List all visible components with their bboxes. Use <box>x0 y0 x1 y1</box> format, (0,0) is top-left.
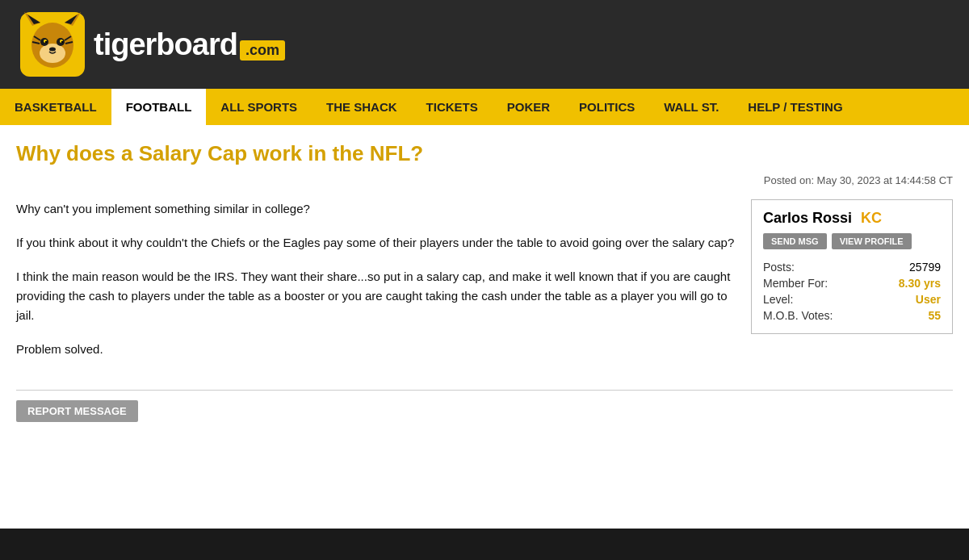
nav-politics[interactable]: POLITICS <box>564 89 649 125</box>
report-message-button[interactable]: REPORT MESSAGE <box>16 400 138 422</box>
post-layout: Why can't you implement something simila… <box>16 199 953 374</box>
nav-help-testing[interactable]: HELP / TESTING <box>733 89 857 125</box>
stat-value-mob: 55 <box>874 307 941 324</box>
site-name: tigerboard <box>94 27 237 62</box>
nav-the-shack[interactable]: THE SHACK <box>312 89 412 125</box>
stat-row-level: Level: User <box>763 291 941 307</box>
post-title: Why does a Salary Cap work in the NFL? <box>16 141 953 166</box>
stat-label-member-for: Member For: <box>763 275 874 291</box>
nav-poker[interactable]: POKER <box>493 89 564 125</box>
nav-tickets[interactable]: TICKETS <box>412 89 493 125</box>
send-msg-button[interactable]: SEND MSG <box>763 233 827 249</box>
svg-point-11 <box>45 41 47 43</box>
stats-table: Posts: 25799 Member For: 8.30 yrs Level:… <box>763 259 941 324</box>
post-paragraph-3: I think the main reason would be the IRS… <box>16 267 735 325</box>
user-stats: Posts: 25799 Member For: 8.30 yrs Level:… <box>763 259 941 324</box>
nav-football[interactable]: FOOTBALL <box>111 89 207 125</box>
stat-value-member-for: 8.30 yrs <box>874 275 941 291</box>
view-profile-button[interactable]: VIEW PROFILE <box>832 233 912 249</box>
nav-all-sports[interactable]: ALL SPORTS <box>206 89 312 125</box>
svg-point-13 <box>49 48 56 52</box>
user-name-text: Carlos Rossi <box>763 210 852 226</box>
post-paragraph-2: If you think about it why couldn't the C… <box>16 233 735 253</box>
site-header: tigerboard .com <box>0 0 969 89</box>
nav-basketball[interactable]: BASKETBALL <box>0 89 111 125</box>
user-card: Carlos Rossi KC SEND MSG VIEW PROFILE Po… <box>751 199 953 334</box>
main-nav: BASKETBALL FOOTBALL ALL SPORTS THE SHACK… <box>0 89 969 125</box>
tiger-logo-icon <box>16 8 89 81</box>
stat-row-mob: M.O.B. Votes: 55 <box>763 307 941 324</box>
user-actions: SEND MSG VIEW PROFILE <box>763 233 941 249</box>
stat-row-member-for: Member For: 8.30 yrs <box>763 275 941 291</box>
content-divider <box>16 390 953 391</box>
user-name: Carlos Rossi KC <box>763 210 941 227</box>
nav-wall-st[interactable]: WALL ST. <box>649 89 733 125</box>
stat-value-posts: 25799 <box>874 259 941 275</box>
logo-container: tigerboard .com <box>16 8 285 81</box>
stat-value-level: User <box>874 291 941 307</box>
post-meta: Posted on: May 30, 2023 at 14:44:58 CT <box>16 174 953 186</box>
stat-label-level: Level: <box>763 291 874 307</box>
post-paragraph-1: Why can't you implement something simila… <box>16 199 735 219</box>
svg-point-12 <box>61 41 63 43</box>
content-area: Why does a Salary Cap work in the NFL? P… <box>0 125 969 529</box>
site-tld: .com <box>240 40 285 61</box>
post-paragraph-4: Problem solved. <box>16 340 735 359</box>
stat-label-posts: Posts: <box>763 259 874 275</box>
post-body: Why can't you implement something simila… <box>16 199 735 374</box>
stat-label-mob: M.O.B. Votes: <box>763 307 874 324</box>
user-location: KC <box>861 210 882 226</box>
stat-row-posts: Posts: 25799 <box>763 259 941 275</box>
